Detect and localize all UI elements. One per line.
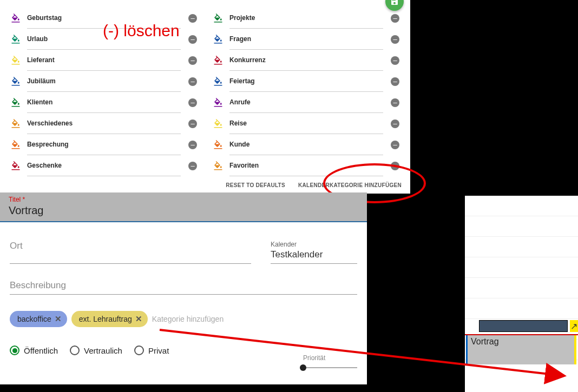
chip-remove-icon[interactable]: ✕ [135,314,142,324]
remove-category-button[interactable]: – [383,56,399,65]
add-category-button[interactable]: KALENDERKATEGORIE HINZUFÜGEN [298,182,402,188]
annotation-delete-label: (-) löschen [103,22,180,40]
svg-rect-4 [12,106,20,107]
minus-icon: – [188,35,197,44]
title-input[interactable] [9,203,358,218]
radio-label: Öffentlich [24,346,58,355]
svg-rect-1 [12,43,20,44]
category-label: Anrufe [229,92,383,113]
priority-knob[interactable] [300,364,306,371]
hour-slot[interactable] [465,298,578,319]
hour-slot[interactable] [465,216,578,237]
description-field[interactable]: Beschreibung [10,280,357,295]
bucket-icon [213,56,229,65]
category-row[interactable]: Geschenke – [11,155,197,176]
calendar-event-vortrag[interactable]: Vortrag [466,335,576,364]
category-column-right: Projekte – Fragen – Konkurrenz – Feierta… [213,8,399,176]
calendar-field[interactable]: Kalender Testkalender [271,238,357,264]
svg-rect-2 [12,64,20,65]
remove-category-button[interactable]: – [181,162,197,170]
calendar-event-redacted[interactable] [479,320,568,332]
remove-category-button[interactable]: – [181,141,197,149]
svg-rect-8 [214,22,222,23]
category-label: Verschiedenes [27,113,181,134]
category-chip-lehrauftrag[interactable]: ext. Lehrauftrag ✕ [71,311,148,327]
category-label: Projekte [229,8,383,29]
svg-rect-7 [12,169,20,170]
remove-category-button[interactable]: – [181,98,197,107]
priority-label: Priorität [303,354,357,362]
radio-label: Vertraulich [84,346,122,355]
minus-icon: – [391,141,399,149]
category-row[interactable]: Feiertag – [213,71,399,92]
category-label: Lieferant [27,50,181,71]
minus-icon: – [391,35,399,44]
calendar-event-label: Vortrag [471,337,499,346]
category-row[interactable]: Besprechung – [11,134,197,155]
bucket-icon [213,98,229,108]
category-row[interactable]: Lieferant – [11,50,197,71]
bucket-icon [213,14,229,23]
category-label: Jubiläum [27,71,181,92]
bucket-icon [213,140,229,150]
category-row[interactable]: Projekte – [213,8,399,29]
chip-label: backoffice [17,315,51,323]
svg-rect-14 [214,148,222,149]
category-row[interactable]: Konkurrenz – [213,50,399,71]
remove-category-button[interactable]: – [383,14,399,23]
svg-rect-13 [214,127,222,128]
minus-icon: – [391,162,399,170]
svg-rect-5 [12,127,20,128]
reset-defaults-button[interactable]: RESET TO DEFAULTS [226,182,285,188]
bucket-icon [213,77,229,87]
add-category-placeholder[interactable]: Kategorie hinzufügen [152,315,224,323]
visibility-public[interactable]: Öffentlich [10,346,58,355]
svg-rect-9 [214,43,222,44]
remove-category-button[interactable]: – [181,35,197,44]
category-label: Kunde [229,134,383,155]
category-row[interactable]: Jubiläum – [11,71,197,92]
minus-icon: – [188,119,197,128]
minus-icon: – [391,77,399,86]
calendar-label: Kalender [271,241,357,248]
visibility-confidential[interactable]: Vertraulich [70,346,122,355]
bucket-icon [11,77,27,87]
hour-slot[interactable] [465,237,578,257]
priority-slider[interactable] [303,367,357,368]
remove-category-button[interactable]: – [383,141,399,149]
remove-category-button[interactable]: – [181,119,197,128]
hour-slot[interactable] [465,257,578,278]
external-link-icon[interactable]: ↗ [570,320,578,332]
chip-remove-icon[interactable]: ✕ [55,314,62,324]
remove-category-button[interactable]: – [181,14,197,23]
remove-category-button[interactable]: – [383,77,399,86]
category-label: Besprechung [27,134,181,155]
remove-category-button[interactable]: – [383,98,399,107]
minus-icon: – [391,119,399,128]
hour-slot[interactable] [465,278,578,298]
visibility-private[interactable]: Privat [134,346,169,355]
bucket-icon [213,161,229,171]
remove-category-button[interactable]: – [383,162,399,170]
minus-icon: – [188,162,197,170]
remove-category-button[interactable]: – [181,56,197,65]
bucket-icon [11,140,27,150]
svg-rect-10 [214,64,222,65]
category-row[interactable]: Reise – [213,113,399,134]
event-form: Titel * Ort Kalender Testkalender Beschr… [0,192,367,384]
remove-category-button[interactable]: – [181,77,197,86]
category-label: Geschenke [27,155,181,176]
remove-category-button[interactable]: – [383,119,399,128]
category-row[interactable]: Anrufe – [213,92,399,113]
category-row[interactable]: Klienten – [11,92,197,113]
minus-icon: – [188,77,197,86]
location-field[interactable]: Ort [10,238,251,264]
remove-category-button[interactable]: – [383,35,399,44]
category-row[interactable]: Verschiedenes – [11,113,197,134]
category-chip-backoffice[interactable]: backoffice ✕ [10,311,67,327]
description-placeholder: Beschreibung [10,280,357,291]
category-row[interactable]: Favoriten – [213,155,399,176]
category-row[interactable]: Fragen – [213,29,399,50]
category-row[interactable]: Kunde – [213,134,399,155]
hour-slot[interactable] [465,196,578,216]
